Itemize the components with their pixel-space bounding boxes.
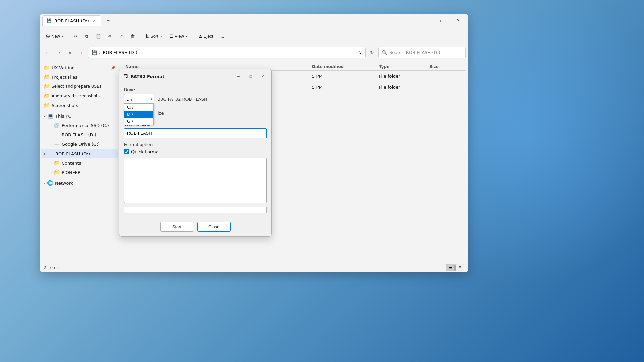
sidebar-item-select-usbs[interactable]: 📁 Select and prepare USBs [41,82,118,91]
dialog-close-button[interactable]: ✕ [258,72,267,80]
volume-input[interactable] [124,128,267,138]
view-arrow-icon: ▾ [186,35,188,38]
rename-button[interactable]: ✏ [105,30,115,43]
sidebar-item-perf-ssd[interactable]: › 💿 Performance SSD (C:) [48,121,118,130]
sidebar-label: Project Files [52,75,77,80]
toolbar: ⊕ New ▾ ✂ ⧉ 📋 ✏ ↗ 🗑 ⇅ Sort ▾ ☰ [40,27,468,45]
dialog-title-icon: 🖫 [123,74,128,79]
sort-button[interactable]: ⇅ Sort ▾ [142,30,165,43]
folder-icon: 📁 [54,169,60,175]
address-bar: ← → ∨ ↑ 💾 › ROB FLASH (D:) ∨ ↻ 🔍 Search … [40,45,468,60]
sidebar-item-andrew-vid[interactable]: 📁 Andrew vid screenshots [41,91,118,101]
up-button[interactable]: ↑ [76,48,87,58]
search-box[interactable]: 🔍 Search ROB FLASH (D:) [378,47,466,58]
expand-arrow-icon: ▾ [44,114,45,118]
more-label: ... [221,34,224,39]
progress-bar [124,207,267,213]
title-bar-left: 💾 ROB FLASH (D:) ✕ + [42,15,418,26]
drive-dropdown-menu: C:\ D:\ G:\ [124,103,154,125]
dialog-title: FAT32 Format [131,74,231,79]
share-button[interactable]: ↗ [116,30,126,43]
maximize-button[interactable] [434,15,449,26]
quick-format-checkbox[interactable] [124,149,129,154]
sidebar-item-rob-flash-d[interactable]: › — ROB FLASH (D:) [48,130,118,139]
dialog-minimize-button[interactable]: ─ [234,72,243,80]
refresh-button[interactable]: ↻ [367,48,377,58]
close-button[interactable] [450,15,466,26]
folder-icon: 📁 [44,74,50,80]
view-icon: ☰ [169,34,173,39]
sidebar-item-network[interactable]: › 🌐 Network [41,178,118,188]
grid-view-button[interactable]: ⊞ [455,264,464,272]
folder-icon: 📁 [44,65,50,71]
title-bar: 💾 ROB FLASH (D:) ✕ + [40,14,468,27]
up-icon: ↑ [80,50,83,55]
computer-icon: 💻 [47,113,53,119]
drive-icon: 💿 [54,122,60,128]
col-type-header: Type [379,64,429,69]
sidebar-label: Select and prepare USBs [52,84,102,89]
paste-button[interactable]: 📋 [92,30,104,43]
sidebar-label: Screenshots [52,103,78,108]
sidebar-item-ux-writing[interactable]: 📁 UX Writing 📌 [41,63,118,72]
drive-info-text: 30G FAT32 ROB FLASH [158,97,207,102]
cut-button[interactable]: ✂ [71,30,81,43]
eject-button[interactable]: ⏏ Eject [195,30,217,43]
dialog-title-bar: 🖫 FAT32 Format ─ □ ✕ [119,69,271,83]
dialog-maximize-button[interactable]: □ [246,72,255,80]
sidebar-label: Contents [62,161,81,166]
item-count: 2 items [44,265,59,270]
col-name-header: Name [125,64,312,69]
dropdown-item-d[interactable]: D:\ [124,111,153,118]
sidebar-item-project-files[interactable]: 📁 Project Files [41,72,118,82]
new-tab-button[interactable]: + [103,16,113,25]
sidebar-label: Performance SSD (C:) [62,123,109,128]
tab-label: ROB FLASH (D:) [54,18,89,23]
sort-icon: ⇅ [145,34,149,39]
sidebar-label: Network [55,181,73,186]
sidebar-item-pioneer[interactable]: › 📁 PIONEER [48,168,118,177]
file-type: File folder [379,74,429,79]
forward-button[interactable]: → [54,48,64,58]
alloc-label: ize [158,111,164,116]
address-input[interactable]: 💾 › ROB FLASH (D:) ∨ [88,47,366,58]
dropdown-item-c[interactable]: C:\ [124,104,153,111]
back-icon: ← [45,50,50,55]
copy-icon: ⧉ [85,34,88,39]
folder-icon: 📁 [44,83,50,89]
new-button[interactable]: ⊕ New ▾ [42,30,67,43]
start-button[interactable]: Start [160,222,194,232]
minimize-button[interactable] [418,15,433,26]
view-toggle: ☰ ⊞ [446,264,464,272]
view-button[interactable]: ☰ View ▾ [166,30,191,43]
sidebar-item-contents[interactable]: › 📁 Contents [48,158,118,168]
sidebar-item-rob-flash-expanded[interactable]: ▾ — ROB FLASH (D:) [41,149,118,158]
address-dropdown-icon[interactable]: ∨ [359,50,362,55]
sidebar-label: ROB FLASH (D:) [62,132,96,137]
sidebar-item-screenshots[interactable]: 📁 Screenshots [41,101,118,110]
list-view-button[interactable]: ☰ [446,264,455,272]
paste-icon: 📋 [96,34,101,39]
close-dialog-button[interactable]: Close [197,222,231,232]
drive-select-wrapper: D:\ C:\ G:\ ▾ C:\ D:\ G:\ [124,94,154,104]
fat32-format-dialog: 🖫 FAT32 Format ─ □ ✕ Drive D:\ C:\ G:\ ▾… [119,69,272,237]
sidebar-item-google-drive[interactable]: › — Google Drive (G:) [48,139,118,149]
format-log-area[interactable] [124,158,267,203]
folder-icon: 📁 [44,93,50,99]
delete-button[interactable]: 🗑 [127,30,138,43]
tab-close-button[interactable]: ✕ [92,18,97,23]
more-button[interactable]: ... [217,30,228,43]
copy-button[interactable]: ⧉ [82,30,92,43]
dropdown-item-g[interactable]: G:\ [124,118,153,125]
dropdown-icon: ∨ [68,50,72,55]
back-button[interactable]: ← [42,48,52,58]
recent-locations-button[interactable]: ∨ [65,48,75,58]
col-size-header: Size [429,64,463,69]
file-type: File folder [379,85,429,90]
drive-icon: 💾 [92,50,97,55]
new-arrow-icon: ▾ [62,35,64,38]
drive-select[interactable]: D:\ C:\ G:\ [124,94,154,104]
sidebar-label: This PC [55,114,71,119]
sidebar-item-this-pc[interactable]: ▾ 💻 This PC [41,111,118,121]
explorer-tab[interactable]: 💾 ROB FLASH (D:) ✕ [42,15,101,26]
